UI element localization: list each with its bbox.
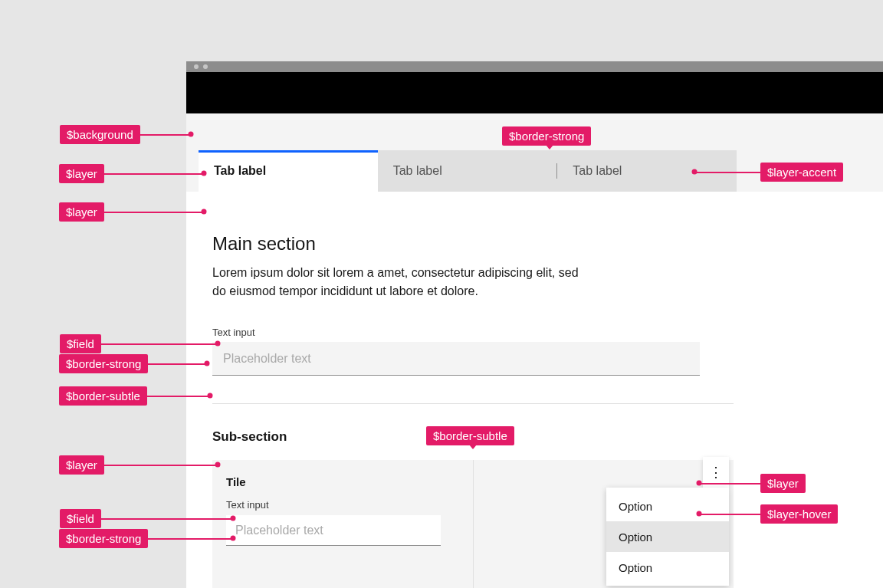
kebab-icon: ⋮ [709,464,723,481]
callout-line [133,134,191,136]
callout-line [144,396,210,397]
callout-line [146,538,233,540]
callout-dot [231,516,236,521]
tile-input-label: Text input [226,499,459,511]
tab-1[interactable]: Tab label [199,150,378,192]
menu-item-label: Option [619,531,652,544]
callout-line [146,363,207,365]
tablist: Tab label Tab label Tab label [199,150,737,192]
token-border-strong: $border-strong [59,354,148,373]
token-border-strong: $border-strong [502,126,591,146]
callout-dot [215,462,221,468]
menu-item[interactable]: Option [606,552,729,583]
menu-item-label: Option [619,561,652,574]
subsection-heading: Sub-section [212,429,287,445]
token-border-subtle: $border-subtle [426,426,514,445]
menu-item[interactable]: Option [606,491,729,521]
callout-line [699,483,760,485]
callout-line [97,465,218,466]
callout-dot [697,481,702,486]
tile-title: Tile [226,475,459,488]
callout-line [699,514,760,515]
callout-dot [205,361,210,366]
tile-1: Tile Text input [212,460,473,588]
callout-dot [189,132,194,137]
callout-line [95,343,218,345]
window-dot [203,64,208,69]
token-background: $background [60,125,140,144]
app-header [186,72,883,113]
callout-dot [692,169,698,175]
content-layer: Main section Lorem ipsum dolor sit lorem… [186,192,883,588]
callout-line [95,518,233,520]
callout-line [97,173,204,175]
tab-label: Tab label [573,164,622,178]
callout-dot [697,511,702,517]
token-border-strong: $border-strong [59,529,148,548]
tab-2[interactable]: Tab label [378,150,557,192]
tile-2: ⋮ Option Option Option [473,460,734,588]
token-layer: $layer [760,474,806,493]
callout-dot [215,341,221,347]
tab-3[interactable]: Tab label [557,150,737,192]
callout-line [97,212,204,213]
tab-label: Tab label [214,164,266,178]
callout-dot [202,171,207,176]
menu-item[interactable]: Option [606,521,729,552]
tile-text-input[interactable] [226,515,441,546]
window-dot [194,64,199,69]
callout-dot [202,209,207,215]
text-input[interactable] [212,342,700,376]
callout-dot [231,536,236,541]
callout-caret-icon [546,145,553,149]
window-titlebar [186,61,883,72]
tab-label: Tab label [393,164,442,178]
token-layer-accent: $layer-accent [760,163,843,182]
overflow-menu: Option Option Option [606,488,729,586]
main-paragraph: Lorem ipsum dolor sit lorem a amet, cons… [212,264,580,301]
main-heading: Main section [212,233,316,255]
menu-item-label: Option [619,500,652,513]
callout-dot [208,393,213,399]
text-input-label: Text input [212,327,255,338]
callout-caret-icon [469,445,477,449]
callout-line [694,172,760,173]
token-layer-hover: $layer-hover [760,504,838,524]
token-border-subtle: $border-subtle [59,386,147,406]
tile-row: Tile Text input ⋮ Option Option Option [212,460,734,588]
divider-subtle [212,403,734,404]
